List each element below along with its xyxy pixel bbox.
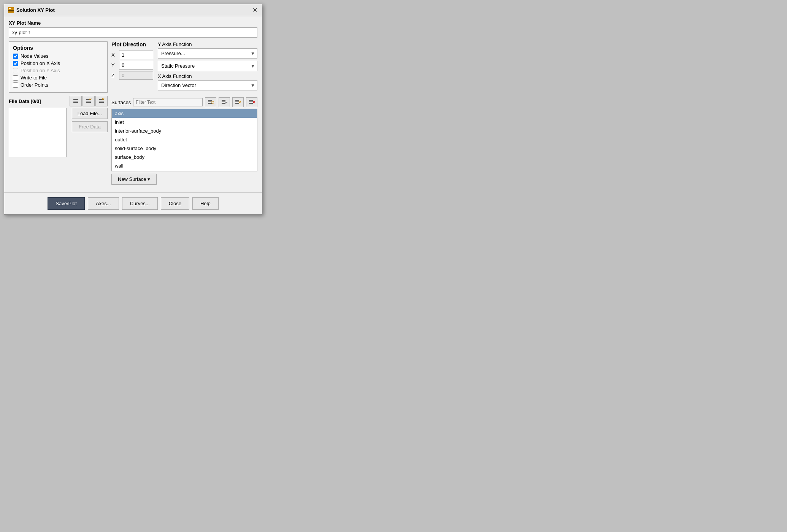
surfaces-list: axis inlet interior-surface_body outlet … <box>111 109 257 171</box>
position-x-checkbox[interactable] <box>13 61 18 66</box>
surface-item-outlet[interactable]: outlet <box>112 135 257 144</box>
position-y-row: Position on Y Axis <box>13 68 103 73</box>
file-list-all-btn[interactable] <box>70 96 82 106</box>
file-data-section: File Data [0/0] <box>9 96 108 157</box>
surfaces-header: Surfaces <box>111 97 257 107</box>
y-axis-section: Y Axis Function Pressure... ▼ Static Pre… <box>158 41 257 93</box>
x-axis-dropdown-container: Direction Vector ▼ <box>158 80 257 90</box>
plot-direction-section: Plot Direction X Y Z <box>111 41 153 80</box>
free-data-button[interactable]: Free Data <box>72 121 108 132</box>
position-x-row: Position on X Axis <box>13 60 103 66</box>
order-points-label: Order Points <box>21 82 48 88</box>
surface-item-solid[interactable]: solid-surface_body <box>112 144 257 153</box>
x-direction-row: X <box>111 51 153 59</box>
surface-item-surface-body[interactable]: surface_body <box>112 153 257 162</box>
title-bar: Solution XY Plot ✕ <box>4 4 262 16</box>
close-button[interactable]: Close <box>161 197 189 210</box>
file-data-title: File Data [0/0] <box>9 98 41 104</box>
y-axis-dropdown2-container: Static Pressure ▼ <box>158 61 257 71</box>
position-y-checkbox[interactable] <box>13 68 18 73</box>
write-file-checkbox[interactable] <box>13 75 18 81</box>
surfaces-minus-btn[interactable] <box>219 97 230 107</box>
options-title: Options <box>13 45 103 51</box>
order-points-checkbox[interactable] <box>13 82 18 88</box>
load-free-buttons: Load File... Free Data <box>72 108 108 132</box>
x-axis-function-label: X Axis Function <box>158 73 257 79</box>
new-surface-button[interactable]: New Surface ▾ <box>111 174 157 185</box>
file-list-check-btn[interactable] <box>83 96 95 106</box>
dialog-content: XY Plot Name Options Node Values Positio… <box>4 16 262 188</box>
curves-button[interactable]: Curves... <box>122 197 158 210</box>
position-y-label: Position on Y Axis <box>21 68 60 73</box>
y-axis-function-label: Y Axis Function <box>158 41 257 47</box>
node-values-row: Node Values <box>13 53 103 59</box>
y-direction-input[interactable] <box>119 61 153 70</box>
surface-item-interior[interactable]: interior-surface_body <box>112 127 257 135</box>
node-values-checkbox[interactable] <box>13 54 18 59</box>
y-direction-row: Y <box>111 61 153 70</box>
z-direction-row: Z <box>111 71 153 80</box>
svg-rect-2 <box>9 8 11 9</box>
surfaces-x-btn[interactable] <box>246 97 257 107</box>
main-area: Options Node Values Position on X Axis P… <box>9 41 257 185</box>
new-surface-arrow-icon: ▾ <box>148 176 150 182</box>
title-bar-left: Solution XY Plot <box>8 7 55 13</box>
upper-right: Plot Direction X Y Z <box>111 41 257 93</box>
file-list-x-btn[interactable] <box>95 96 108 106</box>
solution-xy-plot-dialog: Solution XY Plot ✕ XY Plot Name Options … <box>4 4 262 215</box>
surfaces-label: Surfaces <box>111 100 131 105</box>
close-icon[interactable]: ✕ <box>252 6 258 14</box>
dialog-title: Solution XY Plot <box>16 7 55 13</box>
surface-item-inlet[interactable]: inlet <box>112 118 257 127</box>
x-axis-dropdown[interactable]: Direction Vector <box>158 80 257 90</box>
x-direction-input[interactable] <box>119 51 153 59</box>
y-axis-dropdown1[interactable]: Pressure... <box>158 48 257 59</box>
help-button[interactable]: Help <box>192 197 219 210</box>
plot-direction-title: Plot Direction <box>111 41 153 48</box>
y-label: Y <box>111 62 117 68</box>
bottom-buttons: Save/Plot Axes... Curves... Close Help <box>4 192 262 214</box>
save-plot-button[interactable]: Save/Plot <box>48 197 85 210</box>
file-data-header: File Data [0/0] <box>9 96 108 106</box>
write-file-row: Write to File <box>13 75 103 81</box>
file-data-row: Load File... Free Data <box>9 108 108 157</box>
z-label: Z <box>111 73 117 78</box>
z-direction-input[interactable] <box>119 71 153 80</box>
left-column: Options Node Values Position on X Axis P… <box>9 41 108 185</box>
right-column: Plot Direction X Y Z <box>111 41 257 185</box>
axes-button[interactable]: Axes... <box>88 197 119 210</box>
surface-item-wall[interactable]: wall <box>112 162 257 170</box>
y-axis-dropdown1-container: Pressure... ▼ <box>158 48 257 59</box>
surfaces-section: Surfaces <box>111 97 257 185</box>
options-box: Options Node Values Position on X Axis P… <box>9 41 108 93</box>
write-file-label: Write to File <box>21 75 47 81</box>
position-x-label: Position on X Axis <box>21 60 60 66</box>
y-axis-dropdown2[interactable]: Static Pressure <box>158 61 257 71</box>
svg-rect-1 <box>8 10 14 11</box>
node-values-label: Node Values <box>21 53 48 59</box>
file-data-list <box>9 108 67 157</box>
x-label: X <box>111 52 117 58</box>
load-file-button[interactable]: Load File... <box>72 108 108 119</box>
surface-item-axis[interactable]: axis <box>112 109 257 118</box>
order-points-row: Order Points <box>13 82 103 88</box>
xy-plot-name-label: XY Plot Name <box>9 20 257 26</box>
app-icon <box>8 7 14 13</box>
surfaces-all-btn[interactable] <box>205 97 216 107</box>
xy-plot-name-input[interactable] <box>9 27 257 38</box>
surfaces-filter-input[interactable] <box>133 98 203 106</box>
file-data-icons <box>70 96 108 106</box>
svg-point-17 <box>212 101 214 103</box>
surfaces-check-btn[interactable] <box>232 97 244 107</box>
